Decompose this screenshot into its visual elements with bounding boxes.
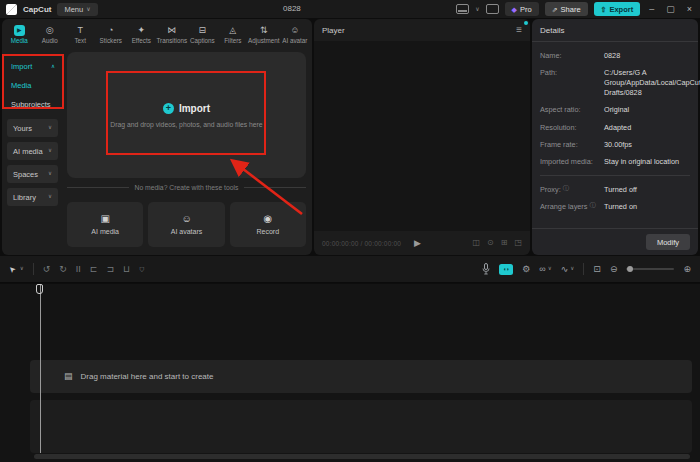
app-name: CapCut — [23, 5, 51, 14]
import-hint: Drag and drop videos, photos, and audio … — [110, 121, 262, 128]
modify-button[interactable]: Modify — [646, 234, 690, 250]
transitions-icon: ⋈ — [167, 25, 176, 36]
delete-left-icon[interactable]: ⊏ — [90, 265, 98, 274]
chevron-down-icon: ∨ — [548, 266, 552, 272]
record-icon: ◉ — [263, 214, 272, 224]
tab-transitions[interactable]: ⋈ Transitions — [157, 25, 188, 44]
select-tool-icon[interactable]: ➤ — [7, 264, 17, 274]
menu-button[interactable]: Menu ∨ — [57, 3, 97, 16]
title-bar: CapCut Menu ∨ 0828 ∨ ◆ Pro ⇗ Share ⇧ Exp… — [0, 0, 700, 18]
zoom-slider-knob[interactable] — [627, 266, 633, 272]
playhead-handle[interactable] — [36, 284, 43, 294]
tab-captions[interactable]: ⊟ Captions — [187, 25, 218, 44]
titlebar-actions: ∨ ◆ Pro ⇗ Share ⇧ Export – ▢ × — [456, 0, 695, 18]
info-icon[interactable]: ⓘ — [563, 185, 569, 191]
sidebar-item-media[interactable]: Media — [2, 76, 63, 95]
magnetic-track-icon[interactable]: ⚙ — [522, 265, 530, 274]
capcut-logo-icon — [6, 4, 17, 15]
audio-wave-toggle[interactable]: ∿ ∨ — [561, 265, 575, 274]
tab-ai-avatar[interactable]: ☺ AI avatar — [280, 25, 311, 44]
export-button[interactable]: ⇧ Export — [594, 2, 641, 16]
effects-icon: ✦ — [137, 25, 145, 36]
sidebar-item-ai-media[interactable]: AI media ∨ — [7, 142, 58, 160]
player-title: Player — [322, 26, 345, 35]
tab-media[interactable]: ▶ Media — [4, 25, 35, 44]
play-button[interactable]: ▶ — [414, 239, 421, 248]
link-toggle[interactable]: ∞ ∨ — [539, 265, 551, 274]
media-panel: ▶ Media ◎ Audio T Text ◔ Stickers ✦ Effe… — [2, 19, 312, 255]
preview-quality-icon[interactable]: ◫ — [472, 239, 480, 247]
import-dropzone[interactable]: + Import Drag and drop videos, photos, a… — [67, 52, 306, 178]
sidebar-item-import[interactable]: Import ∧ — [2, 57, 63, 76]
chevron-down-icon: ∨ — [86, 6, 90, 12]
aspect-ratio-icon[interactable]: ⊞ — [501, 239, 508, 247]
import-label: Import — [179, 103, 210, 114]
details-panel: Details Name: 0828 Path: C:/Users/G A Gr… — [532, 19, 698, 255]
empty-track-area[interactable] — [30, 400, 692, 453]
tab-stickers[interactable]: ◔ Stickers — [96, 25, 127, 44]
timeline-zoom-slider[interactable] — [626, 268, 674, 270]
chevron-down-icon[interactable]: ∨ — [20, 266, 24, 272]
timeline-preview-icon[interactable]: ⊡ — [593, 265, 601, 274]
focus-icon[interactable]: ⊙ — [487, 239, 494, 247]
tab-effects[interactable]: ✦ Effects — [126, 25, 157, 44]
detail-row-frame-rate: Frame rate: 30.00fps — [540, 140, 690, 150]
player-controls: 00:00:00:00 / 00:00:00:00 ▶ ◫ ⊙ ⊞ ◳ — [314, 231, 530, 255]
ai-media-icon: ▣ — [100, 214, 109, 224]
panel-layout-icon[interactable] — [456, 4, 469, 14]
undo-icon[interactable]: ↺ — [43, 265, 51, 274]
media-sidebar: Import ∧ Media Subprojects Yours ∨ AI me… — [2, 49, 63, 254]
pro-button[interactable]: ◆ Pro — [505, 2, 539, 16]
chevron-down-icon: ∨ — [48, 171, 52, 177]
panel-layout-alt-icon[interactable] — [486, 4, 499, 14]
maximize-button[interactable]: ▢ — [663, 4, 678, 14]
tool-cards: ▣ AI media ☺ AI avatars ◉ Record — [67, 202, 306, 247]
info-icon[interactable]: ⓘ — [589, 202, 595, 208]
share-icon: ⇗ — [552, 6, 558, 13]
media-content: + Import Drag and drop videos, photos, a… — [63, 49, 312, 254]
fullscreen-icon[interactable]: ◳ — [514, 239, 522, 247]
chevron-up-icon: ∧ — [51, 64, 55, 70]
timeline-placeholder: Drag material here and start to create — [81, 372, 214, 381]
tab-text[interactable]: T Text — [65, 25, 96, 44]
link-icon: ∞ — [539, 265, 545, 274]
timecode: 00:00:00:00 / 00:00:00:00 — [322, 240, 401, 247]
tab-adjustment[interactable]: ⇅ Adjustment — [248, 25, 280, 44]
sidebar-item-yours[interactable]: Yours ∨ — [7, 119, 58, 137]
close-button[interactable]: × — [684, 4, 695, 14]
minimize-button[interactable]: – — [646, 4, 657, 14]
timeline-scrollbar[interactable] — [34, 454, 690, 459]
detail-row-proxy: Proxy: ⓘ Turned off — [540, 185, 690, 195]
delete-icon[interactable]: ⊔ — [123, 265, 130, 274]
zoom-out-icon[interactable]: ⊖ — [610, 265, 618, 274]
tab-filters[interactable]: ◬ Filters — [218, 25, 249, 44]
ai-avatars-icon: ☺ — [181, 214, 191, 224]
sticker-icon: ◔ — [108, 25, 113, 36]
media-track-icon: ▤ — [64, 372, 73, 381]
auto-snap-icon[interactable]: ◖◗ — [499, 264, 513, 275]
split-icon[interactable]: II — [76, 265, 81, 274]
share-button[interactable]: ⇗ Share — [545, 2, 588, 16]
main-track-drop-area[interactable]: ▤ Drag material here and start to create — [30, 360, 692, 393]
ai-avatars-card[interactable]: ☺ AI avatars — [148, 202, 224, 247]
ai-avatar-icon: ☺ — [290, 25, 299, 36]
player-viewport[interactable] — [314, 41, 530, 231]
delete-right-icon[interactable]: ⊐ — [106, 265, 114, 274]
redo-icon[interactable]: ↻ — [59, 265, 67, 274]
layout-caret-icon[interactable]: ∨ — [475, 6, 479, 12]
sidebar-item-subprojects[interactable]: Subprojects — [2, 95, 63, 114]
detail-row-imported-media: Imported media: Stay in original locatio… — [540, 157, 690, 167]
sidebar-item-library[interactable]: Library ∨ — [7, 188, 58, 206]
ai-media-card[interactable]: ▣ AI media — [67, 202, 143, 247]
sidebar-item-spaces[interactable]: Spaces ∨ — [7, 165, 58, 183]
tab-audio[interactable]: ◎ Audio — [35, 25, 66, 44]
record-card[interactable]: ◉ Record — [230, 202, 306, 247]
mask-icon[interactable]: ⌂ — [139, 265, 144, 274]
player-menu-icon[interactable]: ≡ — [516, 25, 522, 35]
upload-icon: ⇧ — [601, 6, 607, 13]
zoom-in-icon[interactable]: ⊕ — [683, 265, 691, 274]
detail-row-arrange-layers: Arrange layers ⓘ Turned on — [540, 202, 690, 212]
captions-icon: ⊟ — [199, 25, 207, 36]
timeline-area[interactable]: ▤ Drag material here and start to create — [0, 284, 700, 462]
microphone-icon[interactable] — [482, 263, 490, 275]
